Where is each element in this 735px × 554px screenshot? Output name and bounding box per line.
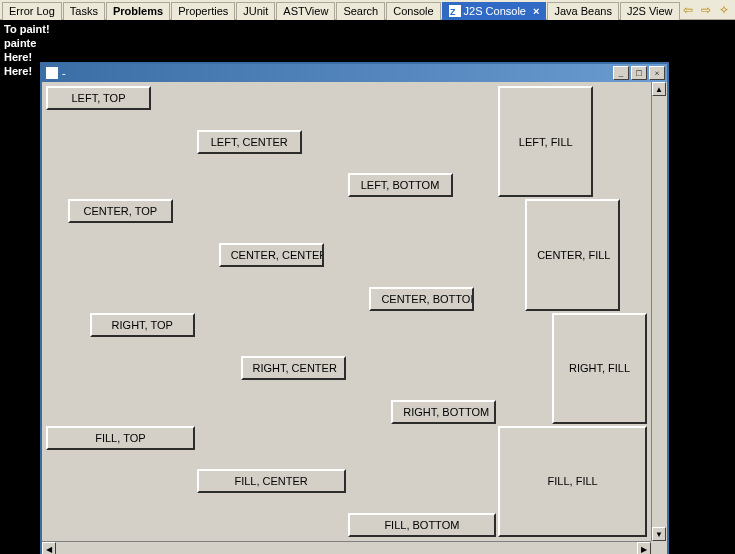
close-icon[interactable]: × [533,5,539,17]
window-title: - [62,67,66,79]
maximize-button[interactable]: □ [631,66,647,80]
console-area: To paint! painte Here! Here! - _ □ × LEF… [0,20,735,554]
right-center-button[interactable]: RIGHT, CENTER [241,356,346,380]
scroll-up-icon[interactable]: ▲ [652,82,666,96]
tab-astview[interactable]: ASTView [276,2,335,20]
forward-icon[interactable]: ⇨ [699,3,713,17]
right-bottom-button[interactable]: RIGHT, BOTTOM [391,400,496,424]
vertical-scrollbar[interactable]: ▲ ▼ [651,82,667,541]
left-center-button[interactable]: LEFT, CENTER [197,130,302,154]
tab-label: ASTView [283,5,328,17]
window-client: LEFT, TOP LEFT, CENTER LEFT, BOTTOM LEFT… [42,82,667,554]
tab-label: Error Log [9,5,55,17]
minimize-button[interactable]: _ [613,66,629,80]
left-top-button[interactable]: LEFT, TOP [46,86,151,110]
tab-label: Properties [178,5,228,17]
center-center-button[interactable]: CENTER, CENTER [219,243,324,267]
tab-label: Search [343,5,378,17]
back-icon[interactable]: ⇦ [681,3,695,17]
tab-strip: Error Log Tasks Problems Properties JUni… [0,0,735,20]
horizontal-scrollbar[interactable]: ◀ ▶ [42,541,651,554]
tab-error-log[interactable]: Error Log [2,2,62,20]
svg-text:Z: Z [450,7,456,17]
left-bottom-button[interactable]: LEFT, BOTTOM [348,173,453,197]
close-button[interactable]: × [649,66,665,80]
fill-center-button[interactable]: FILL, CENTER [197,469,346,493]
right-fill-button[interactable]: RIGHT, FILL [552,313,647,424]
tab-search[interactable]: Search [336,2,385,20]
left-fill-button[interactable]: LEFT, FILL [498,86,593,197]
fill-top-button[interactable]: FILL, TOP [46,426,195,450]
tab-label: J2S View [627,5,673,17]
tab-j2s-console[interactable]: Z J2S Console × [442,2,547,20]
tab-label: J2S Console [464,5,526,17]
scrollbar-corner [651,541,667,554]
right-top-button[interactable]: RIGHT, TOP [90,313,195,337]
tab-properties[interactable]: Properties [171,2,235,20]
tab-label: Java Beans [554,5,611,17]
j2s-icon: Z [449,5,461,17]
window-icon [46,67,58,79]
tab-java-beans[interactable]: Java Beans [547,2,618,20]
tab-console[interactable]: Console [386,2,440,20]
layout-grid: LEFT, TOP LEFT, CENTER LEFT, BOTTOM LEFT… [42,82,651,541]
tab-problems[interactable]: Problems [106,2,170,20]
tab-j2s-view[interactable]: J2S View [620,2,680,20]
center-top-button[interactable]: CENTER, TOP [68,199,173,223]
window-titlebar[interactable]: - _ □ × [42,64,667,82]
tab-label: Tasks [70,5,98,17]
center-bottom-button[interactable]: CENTER, BOTTOM [369,287,474,311]
scroll-left-icon[interactable]: ◀ [42,542,56,554]
tab-label: Problems [113,5,163,17]
tab-tasks[interactable]: Tasks [63,2,105,20]
scroll-right-icon[interactable]: ▶ [637,542,651,554]
tab-toolbar: ⇦ ⇨ ✧ ▭ □ [681,3,735,17]
scroll-down-icon[interactable]: ▼ [652,527,666,541]
center-fill-button[interactable]: CENTER, FILL [525,199,620,310]
demo-window: - _ □ × LEFT, TOP LEFT, CENTER LEFT, BOT… [40,62,669,554]
tab-label: JUnit [243,5,268,17]
link-icon[interactable]: ✧ [717,3,731,17]
tab-label: Console [393,5,433,17]
fill-fill-button[interactable]: FILL, FILL [498,426,647,537]
tab-junit[interactable]: JUnit [236,2,275,20]
fill-bottom-button[interactable]: FILL, BOTTOM [348,513,497,537]
